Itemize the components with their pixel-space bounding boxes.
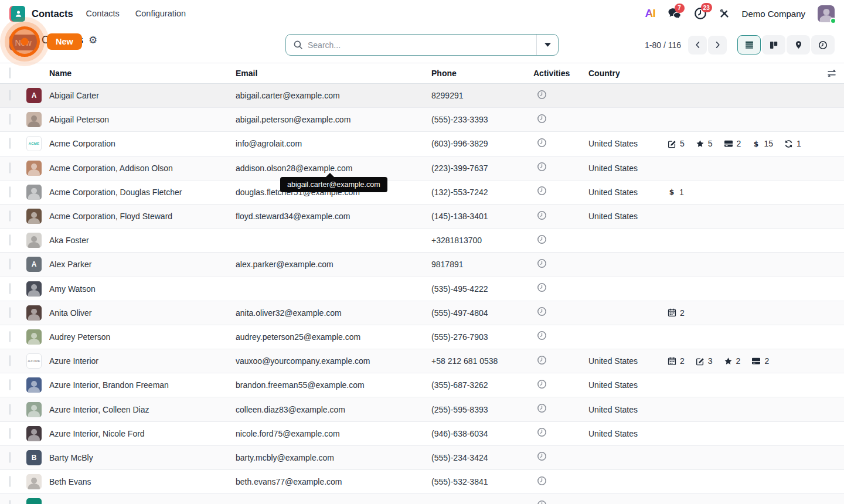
contact-row[interactable]: Acme Corporation, Douglas Fletcherdougla… [0, 181, 844, 205]
row-checkbox[interactable] [9, 500, 11, 504]
schedule-activity-cell[interactable] [533, 307, 588, 319]
stat-badge-task[interactable]: 5 [696, 139, 713, 148]
view-kanban-button[interactable] [762, 35, 785, 55]
contact-row[interactable]: Azure Interior, Brandon Freemanbrandon.f… [0, 373, 844, 397]
stat-badge-refresh[interactable]: 1 [784, 139, 801, 148]
activity-clock-icon[interactable] [537, 403, 547, 413]
schedule-activity-cell[interactable] [533, 138, 588, 150]
contact-row[interactable]: Abigail Petersonabigail.peterson@example… [0, 108, 844, 132]
row-checkbox[interactable] [9, 138, 11, 149]
menu-contacts[interactable]: Contacts [86, 9, 120, 18]
stat-badge-calendar[interactable]: 2 [668, 308, 685, 318]
activity-clock-icon[interactable] [537, 114, 547, 124]
stat-badge-dollar[interactable]: $15 [752, 139, 773, 148]
select-all-checkbox[interactable] [9, 67, 11, 79]
contact-row[interactable]: Aka Foster+3281813700 [0, 229, 844, 253]
ai-assistant-icon[interactable]: AI [645, 7, 655, 20]
user-avatar[interactable] [818, 5, 835, 22]
pager-previous-button[interactable] [688, 36, 707, 55]
contact-row[interactable]: AZUREAzure Interiorvauxoo@yourcompany.ex… [0, 349, 844, 373]
stat-badge-opportunity[interactable]: 3 [696, 356, 713, 366]
row-checkbox[interactable] [9, 404, 11, 415]
contact-row[interactable]: Azure Interior, Colleen Diazcolleen.diaz… [0, 397, 844, 421]
contact-row[interactable]: Beth Evansbeth.evans77@example.com(555)-… [0, 470, 844, 494]
schedule-activity-cell[interactable] [533, 114, 588, 126]
row-checkbox[interactable] [9, 234, 11, 246]
contact-row[interactable]: Audrey Petersonaudrey.peterson25@example… [0, 325, 844, 349]
row-checkbox[interactable] [9, 476, 11, 487]
column-header-country[interactable]: Country [588, 69, 668, 78]
activity-clock-icon[interactable] [537, 307, 547, 316]
stat-badge-opportunity[interactable]: 5 [668, 139, 685, 148]
contact-row[interactable]: Anita Oliveranita.oliver32@example.com(5… [0, 301, 844, 325]
schedule-activity-cell[interactable] [533, 282, 588, 295]
schedule-activity-cell[interactable] [533, 427, 588, 440]
stat-badge-card[interactable]: 2 [751, 356, 769, 366]
activity-clock-icon[interactable] [537, 138, 547, 148]
schedule-activity-cell[interactable] [533, 90, 588, 102]
schedule-activity-cell[interactable] [533, 210, 588, 223]
column-header-activities[interactable]: Activities [533, 69, 588, 78]
contact-row[interactable]: BBarty McBlybarty.mcbly@example.com(555)… [0, 446, 844, 470]
row-checkbox[interactable] [9, 331, 11, 342]
row-checkbox[interactable] [9, 452, 11, 463]
row-checkbox[interactable] [9, 428, 11, 439]
stat-badge-task[interactable]: 2 [724, 356, 741, 366]
view-activity-button[interactable] [811, 35, 835, 55]
column-header-phone[interactable]: Phone [431, 69, 533, 78]
row-checkbox[interactable] [9, 307, 11, 318]
activities-button[interactable]: 23 [694, 7, 707, 20]
contact-row[interactable]: Acme Corporation, Addison Olsonaddison.o… [0, 156, 844, 181]
activity-clock-icon[interactable] [537, 476, 547, 486]
schedule-activity-cell[interactable] [533, 379, 588, 391]
contact-row[interactable]: AAbigail Carterabigail.carter@example.co… [0, 84, 844, 108]
contact-row[interactable]: Amy Watson(535)-495-4222 [0, 277, 844, 301]
column-header-name[interactable]: Name [49, 69, 236, 78]
contact-row[interactable]: AAlex Parkeralex.parker@example.com98178… [0, 253, 844, 277]
menu-configuration[interactable]: Configuration [135, 9, 186, 18]
row-checkbox[interactable] [9, 186, 11, 197]
schedule-activity-cell[interactable] [533, 403, 588, 416]
row-checkbox[interactable] [9, 379, 11, 390]
new-button[interactable]: New [9, 35, 37, 50]
odoo-contacts-app-icon[interactable] [9, 6, 25, 22]
contact-row[interactable]: Acme Corporation, Floyd Stewardfloyd.ste… [0, 205, 844, 229]
activity-clock-icon[interactable] [537, 451, 547, 461]
schedule-activity-cell[interactable] [533, 500, 588, 504]
contact-row[interactable]: Azure Interior, Nicole Fordnicole.ford75… [0, 422, 844, 446]
activity-clock-icon[interactable] [537, 379, 547, 389]
company-selector[interactable]: Demo Company [742, 9, 805, 19]
activity-clock-icon[interactable] [537, 258, 547, 268]
activity-clock-icon[interactable] [537, 500, 547, 504]
activity-clock-icon[interactable] [537, 331, 547, 340]
view-list-button[interactable] [737, 35, 761, 55]
activity-clock-icon[interactable] [537, 355, 547, 365]
activity-clock-icon[interactable] [537, 210, 547, 220]
schedule-activity-cell[interactable] [533, 355, 588, 367]
view-map-button[interactable] [787, 35, 810, 55]
pager-next-button[interactable] [708, 36, 727, 55]
schedule-activity-cell[interactable] [533, 162, 588, 174]
column-header-email[interactable]: Email [236, 69, 431, 78]
search-input[interactable] [308, 40, 536, 50]
debug-tools-icon[interactable] [719, 8, 730, 19]
stat-badge-calendar[interactable]: 2 [668, 356, 685, 366]
stat-badge-dollar[interactable]: $1 [668, 188, 684, 197]
activity-clock-icon[interactable] [537, 162, 547, 172]
contact-row[interactable]: ACMEAcme Corporationinfo@agrolait.com(60… [0, 132, 844, 156]
optional-columns-button[interactable] [668, 69, 844, 78]
messages-button[interactable]: 7 [668, 8, 682, 20]
contact-row[interactable] [0, 494, 844, 504]
row-checkbox[interactable] [9, 283, 11, 294]
activity-clock-icon[interactable] [537, 234, 547, 244]
schedule-activity-cell[interactable] [533, 258, 588, 271]
activity-clock-icon[interactable] [537, 90, 547, 100]
row-checkbox[interactable] [9, 210, 11, 222]
schedule-activity-cell[interactable] [533, 451, 588, 464]
schedule-activity-cell[interactable] [533, 234, 588, 247]
activity-clock-icon[interactable] [537, 186, 547, 196]
row-checkbox[interactable] [9, 355, 11, 366]
search-dropdown-toggle[interactable] [536, 35, 558, 55]
schedule-activity-cell[interactable] [533, 186, 588, 198]
schedule-activity-cell[interactable] [533, 331, 588, 343]
